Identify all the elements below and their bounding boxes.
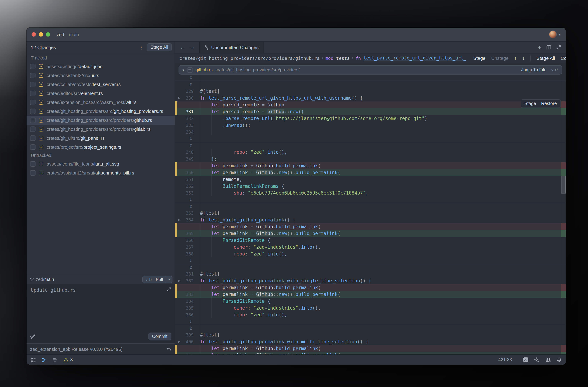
expand-down-icon[interactable]: ↧ xyxy=(175,319,200,324)
expand-down-icon[interactable]: ↧ xyxy=(175,75,200,80)
file-row[interactable]: crates/git_hosting_providers/src/provide… xyxy=(26,116,175,125)
commit-button[interactable]: Commit xyxy=(148,332,171,340)
stage-checkbox[interactable] xyxy=(30,73,36,78)
stage-checkbox[interactable] xyxy=(30,64,36,69)
code-line[interactable]: ▶382fn test_build_github_permalink_with_… xyxy=(175,277,566,284)
stage-checkbox[interactable] xyxy=(30,170,36,176)
run-test-icon[interactable]: ▶ xyxy=(177,218,181,221)
maximize-pane-icon[interactable] xyxy=(556,45,561,49)
nav-back-button[interactable]: ← xyxy=(180,44,185,50)
code-line[interactable]: 329#[test] xyxy=(175,88,566,95)
close-button[interactable] xyxy=(32,32,36,37)
file-row[interactable]: +assets/icons/file_icons/luau_alt.svg xyxy=(26,160,175,168)
assistant-sparkle-icon[interactable] xyxy=(534,357,540,363)
overflow-menu-icon[interactable]: ⋮ xyxy=(138,45,145,50)
code-line[interactable]: 349 }; xyxy=(175,156,566,162)
terminal-icon[interactable] xyxy=(523,357,528,362)
code-line[interactable]: let parsed_remote = Github xyxy=(175,102,566,108)
expand-down-icon[interactable]: ↧ xyxy=(175,197,200,202)
expand-up-icon[interactable]: ↥ xyxy=(175,265,200,270)
breadcrumb[interactable]: crates/git_hosting_providers/src/provide… xyxy=(175,53,566,63)
stage-checkbox[interactable] xyxy=(30,144,36,150)
file-row[interactable]: crates/project/src/project_settings.rs xyxy=(26,143,175,152)
code-line[interactable]: 385 owner: "zed-industries".into(), xyxy=(175,305,566,311)
code-line[interactable]: 353 sha: "e6ebe7974deb6bb6cc0e2595c8ec31… xyxy=(175,190,566,196)
code-line[interactable]: 333 .unwrap(); xyxy=(175,122,566,129)
code-line[interactable]: 351 remote, xyxy=(175,176,566,183)
file-row[interactable]: crates/git_hosting_providers/src/provide… xyxy=(26,125,175,134)
hunk-stage-button[interactable]: Stage xyxy=(524,101,536,106)
commit-message-editor[interactable]: Update github.rs Commit xyxy=(26,284,175,343)
stage-button[interactable]: Stage xyxy=(473,55,485,61)
undo-commit-icon[interactable] xyxy=(166,347,171,351)
code-line[interactable]: 368 repo: "zed".into(), xyxy=(175,250,566,257)
stage-checkbox[interactable] xyxy=(30,118,36,123)
expand-up-icon[interactable]: ↥ xyxy=(175,82,200,87)
code-line[interactable]: 365 let permalink = Github::new().build_… xyxy=(175,230,566,237)
run-test-icon[interactable]: ▶ xyxy=(177,97,181,100)
stage-checkbox[interactable] xyxy=(30,91,36,96)
expand-down-icon[interactable]: ↧ xyxy=(175,258,200,263)
pull-menu-chevron[interactable]: ▾ xyxy=(166,276,172,283)
code-line[interactable]: 366 ParsedGitRemote { xyxy=(175,237,566,244)
stage-checkbox[interactable] xyxy=(30,135,36,141)
new-tab-icon[interactable]: + xyxy=(538,44,541,50)
tab-uncommitted-changes[interactable]: Uncommitted Changes xyxy=(199,41,264,53)
code-line[interactable]: let permalink = Github.build_permalink( xyxy=(175,345,566,352)
zoom-button[interactable] xyxy=(46,32,50,37)
diff-editor[interactable]: ▾ github.rs crates/git_hosting_providers… xyxy=(175,63,566,354)
code-line[interactable]: 352 BuildPermalinkParams { xyxy=(175,183,566,190)
nav-forward-button[interactable]: → xyxy=(189,44,194,50)
run-test-icon[interactable]: ▶ xyxy=(177,279,181,282)
ai-generate-message-icon[interactable] xyxy=(30,334,36,339)
cursor-position[interactable]: 421:33 xyxy=(498,357,512,362)
code-line[interactable]: 386 repo: "zed".into(), xyxy=(175,311,566,318)
prev-hunk-icon[interactable]: ↑ xyxy=(514,55,517,61)
file-row[interactable]: crates/git_ui/src/git_panel.rs xyxy=(26,134,175,143)
code-line[interactable]: let permalink = Github.build_permalink( xyxy=(175,223,566,230)
code-line[interactable]: 399#[test] xyxy=(175,331,566,338)
run-test-icon[interactable]: ▶ xyxy=(177,340,181,343)
notifications-bell-icon[interactable] xyxy=(557,357,562,362)
file-row[interactable]: crates/git_hosting_providers/src/git_hos… xyxy=(26,107,175,116)
code-line[interactable]: 381#[test] xyxy=(175,270,566,277)
pull-button[interactable]: ↓5 Pull xyxy=(143,276,166,283)
file-row[interactable]: crates/editor/src/element.rs xyxy=(26,89,175,98)
toolbar-stage-all-button[interactable]: Stage All xyxy=(537,55,555,61)
file-row[interactable]: crates/assistant2/src/ui.rs xyxy=(26,71,175,80)
code-line[interactable]: 348 repo: "zed".into(), xyxy=(175,149,566,156)
toolbar-commit-button[interactable]: Commit xyxy=(561,55,566,61)
file-row[interactable]: crates/extension_host/src/wasm_host/wit.… xyxy=(26,98,175,107)
split-pane-icon[interactable] xyxy=(546,45,551,49)
code-line[interactable]: let permalink = Github.build_permalink( xyxy=(175,162,566,169)
repo-name[interactable]: zed/ xyxy=(36,277,44,282)
code-line[interactable]: ▶400fn test_build_github_permalink_with_… xyxy=(175,338,566,345)
code-line[interactable]: let permalink = Github.build_permalink( xyxy=(175,284,566,291)
file-row[interactable]: crates/collab/src/tests/test_server.rs xyxy=(26,80,175,89)
commit-message-text[interactable]: Update github.rs xyxy=(31,287,170,293)
titlebar-branch[interactable]: main xyxy=(69,32,79,37)
code-line[interactable]: 332 .parse_remote_url("https://jlanniste… xyxy=(175,115,566,122)
branch-name[interactable]: main xyxy=(44,277,54,282)
editor-scrollbar[interactable] xyxy=(561,63,566,354)
file-row[interactable]: assets/settings/default.json xyxy=(26,62,175,71)
code-line[interactable]: 331 let parsed_remote = Github::new() xyxy=(175,108,566,115)
code-line[interactable]: 401 let permalink = Github::new().build_… xyxy=(175,352,566,354)
stage-checkbox[interactable] xyxy=(30,100,36,105)
code-line[interactable]: 334 xyxy=(175,129,566,135)
expand-commit-editor-icon[interactable] xyxy=(167,287,171,291)
chevron-down-icon[interactable]: ▾ xyxy=(559,32,561,37)
collapse-chevron-icon[interactable]: ▾ xyxy=(183,68,184,72)
diagnostics-summary[interactable]: 3 xyxy=(63,357,73,362)
collaboration-icon[interactable] xyxy=(545,357,551,362)
stage-checkbox[interactable] xyxy=(30,126,36,132)
expand-up-icon[interactable]: ↥ xyxy=(175,143,200,148)
file-row[interactable]: +crates/assistant2/src/ui/attachments_pi… xyxy=(26,168,175,177)
user-avatar[interactable] xyxy=(549,31,557,38)
hunk-restore-button[interactable]: Restore xyxy=(541,101,557,106)
unstage-button[interactable]: Unstage xyxy=(491,55,509,61)
minimize-button[interactable] xyxy=(39,32,43,37)
jump-to-file-button[interactable]: Jump To File xyxy=(521,67,546,72)
code-line[interactable]: 384 ParsedGitRemote { xyxy=(175,298,566,305)
expand-up-icon[interactable]: ↥ xyxy=(175,204,200,209)
